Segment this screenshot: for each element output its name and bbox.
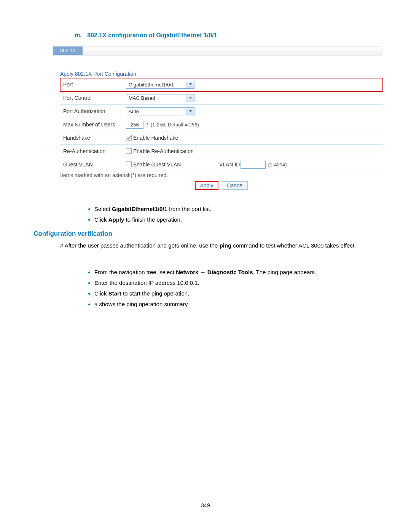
list-item: Select GigabitEthernet1/0/1 from the por… [94,204,212,214]
list-item: a shows the ping operation summary. [94,300,316,309]
tab-bar: 802.1X [53,46,382,56]
port-control-select[interactable]: MAC Based [126,94,194,102]
apply-button[interactable]: Apply [195,181,218,190]
required-note: Items marked with an asterisk(*) are req… [60,172,384,178]
list-item: Click Start to start the ping operation. [94,289,316,298]
chevron-down-icon [186,108,194,115]
bold-text: GigabitEthernet1/0/1 [112,206,167,212]
config-form-table: Port GigabitEthernet1/0/1 Port Control [60,78,383,171]
max-users-hint: (1-256, Default = 256) [151,122,199,128]
label-handshake: Handshake [60,131,126,145]
text: to finish the operation. [124,216,182,223]
row-port: Port GigabitEthernet1/0/1 [60,78,383,91]
figure-802-1x-config: 802.1X Apply 802.1X Port Configuration P… [53,46,384,190]
row-handshake: Handshake Enable Handshake [60,131,383,145]
required-asterisk: * [147,122,148,128]
text: Click [94,216,108,223]
page-number: 349 [0,502,411,508]
label-port: Port [60,78,126,91]
handshake-cb-label: Enable Handshake [133,135,178,141]
text: to start the ping operation. [121,290,189,297]
chevron-down-icon [186,81,194,88]
tab-802-1x[interactable]: 802.1X [53,46,83,55]
vlan-id-input[interactable] [241,161,266,169]
cancel-button[interactable]: Cancel [223,181,248,190]
port-control-value: MAC Based [126,94,186,102]
text: from the port list. [167,206,212,212]
reauth-cb-label: Enable Re-Authentication [133,148,194,154]
button-row: Apply Cancel [60,181,383,190]
handshake-checkbox[interactable] [126,135,132,141]
port-auth-select[interactable]: Auto [126,107,194,115]
ordered-heading-text: 802.1X configuration of GigabitEthernet … [87,32,217,38]
list-item: Click Apply to finish the operation. [94,215,212,224]
bold-text: Diagnostic Tools [207,269,253,275]
instruction-list-2: From the navigation tree, select Network… [79,268,316,310]
port-select-value: GigabitEthernet1/0/1 [126,81,186,88]
row-port-control: Port Control MAC Based [60,91,383,105]
reauth-checkbox[interactable] [126,148,132,154]
label-reauth: Re-Authentication [60,145,126,158]
text: Enter the destination IP address 10.0.0.… [94,280,199,286]
chevron-down-icon [186,94,194,102]
row-port-auth: Port Authorization Auto [60,105,383,118]
text: . The ping page appears. [253,269,317,275]
text: From the navigation tree, select [94,269,176,275]
list-item: From the navigation tree, select Network… [94,268,316,277]
label-port-control: Port Control [60,91,126,105]
text: Click [94,290,108,297]
body-paragraph: # After the user passes authentication a… [60,241,377,250]
guest-vlan-checkbox[interactable] [126,161,132,167]
text: command to test whether ACL 3000 takes e… [231,242,356,249]
vlan-id-label: VLAN ID [219,161,240,168]
guest-vlan-cb-label: Enable Guest VLAN [133,161,181,168]
panel-title: Apply 802.1X Port Configuration [60,71,384,77]
bold-text: Start [108,290,121,297]
row-guest-vlan: Guest VLAN Enable Guest VLAN VLAN ID (1-… [60,158,383,171]
label-max-users: Max Number of Users [60,118,126,131]
text: shows the ping operation summary. [97,301,189,307]
arrow-icon: → [198,269,207,275]
row-max-users: Max Number of Users *(1-256, Default = 2… [60,118,383,131]
vlan-id-hint: (1-4094) [268,162,287,168]
port-auth-value: Auto [126,108,186,115]
row-reauth: Re-Authentication Enable Re-Authenticati… [60,145,383,158]
instruction-list-1: Select GigabitEthernet1/0/1 from the por… [79,204,212,226]
section-heading-verification: Configuration verification [33,230,112,238]
ordered-letter: m. [75,32,82,39]
ordered-heading-m: m. 802.1X configuration of GigabitEthern… [75,32,217,39]
list-item: Enter the destination IP address 10.0.0.… [94,278,316,288]
bold-text: Network [176,269,198,275]
port-select[interactable]: GigabitEthernet1/0/1 [126,81,194,89]
label-port-auth: Port Authorization [60,105,126,118]
max-users-input[interactable] [126,121,143,129]
bold-text: ping [220,242,232,249]
bold-text: Apply [108,216,124,223]
text: # After the user passes authentication a… [60,242,220,249]
text: Select [94,206,112,212]
label-guest-vlan: Guest VLAN [60,158,126,171]
